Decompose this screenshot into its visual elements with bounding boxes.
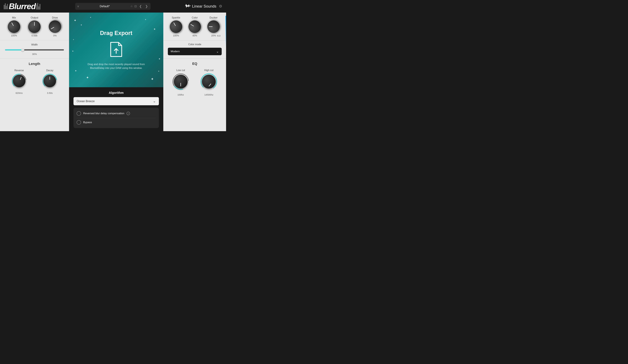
option-reversed-label: Reversed blur delay compensation: [83, 112, 124, 115]
right-knob-row: Sparkle 100% Color 40%: [168, 16, 222, 37]
ducker-value: 20%: [211, 34, 216, 37]
right-knobs-section: Sparkle 100% Color 40%: [163, 12, 226, 41]
color-mode-section: Color mode Modern ⌄: [163, 41, 226, 59]
preset-name[interactable]: Default*: [81, 5, 129, 8]
lowcut-label: Low cut: [176, 69, 185, 72]
main-knobs-section: Mix 100% Output 0.0db: [0, 12, 69, 40]
reverse-group: Reverse 620ms: [11, 69, 27, 94]
output-value: 0.0db: [32, 34, 38, 37]
ducker-group: Ducker 20%: [207, 16, 220, 37]
preset-dropdown-icon[interactable]: ∨: [77, 4, 79, 8]
reverse-indicator: [20, 77, 21, 80]
settings-button[interactable]: ⚙: [219, 4, 222, 8]
color-value: 40%: [192, 34, 197, 37]
eq-knob-row: Low cut 100hz High cut: [168, 69, 222, 96]
mix-knob-container[interactable]: [8, 20, 20, 33]
logo: Blurred: [4, 1, 41, 11]
drive-knob-container[interactable]: [49, 20, 61, 33]
drive-value: 0%: [53, 34, 57, 37]
drag-export-area[interactable]: ✦ ✦ ✦ ✦ ✦ ✦ ✦ ✦ ✦ ✦ ✦ ✦ Drag Export: [69, 12, 163, 87]
color-mode-chevron-icon: ⌄: [216, 50, 219, 53]
mix-knob[interactable]: [5, 18, 23, 35]
color-group: Color 40%: [188, 16, 201, 37]
output-group: Output 0.0db: [28, 16, 41, 37]
mix-label: Mix: [12, 16, 16, 19]
highcut-knob-container[interactable]: [200, 73, 218, 90]
color-mode-select-button[interactable]: Modern ⌄: [168, 48, 222, 55]
brand-logo: Linear Sounds: [185, 3, 216, 9]
highcut-label: High cut: [204, 69, 214, 72]
output-knob[interactable]: [28, 20, 41, 33]
left-panel: Mix 100% Output 0.0db: [0, 12, 69, 131]
sparkle-label: Sparkle: [172, 16, 180, 19]
width-slider[interactable]: [5, 48, 64, 52]
drive-group: Drive 0%: [49, 16, 61, 37]
option-bypass-label: Bypass: [83, 121, 92, 124]
reverse-knob-container[interactable]: [11, 73, 27, 89]
preset-next-button[interactable]: ❯: [144, 4, 149, 8]
right-panel: Sparkle 100% Color 40%: [163, 12, 226, 131]
color-mode-selected-value: Modern: [171, 50, 180, 53]
highcut-group: High cut 14500hz: [200, 69, 218, 96]
decay-knob-container[interactable]: [42, 73, 58, 89]
lowcut-group: Low cut 100hz: [172, 69, 189, 96]
info-icon[interactable]: i: [127, 112, 130, 115]
algorithm-chevron-icon: ⌄: [153, 99, 156, 103]
lowcut-knob[interactable]: [174, 75, 188, 88]
decay-indicator: [50, 77, 50, 80]
reverse-knob[interactable]: [13, 75, 25, 87]
length-knob-row: Reverse 620ms Decay: [5, 69, 64, 94]
brand-area: Linear Sounds ⚙: [185, 3, 222, 9]
eq-section: EQ Low cut 100hz: [163, 59, 226, 131]
preset-save-icon[interactable]: ⊡: [134, 4, 137, 8]
logo-bars-left: [4, 3, 8, 9]
decay-knob[interactable]: [44, 75, 56, 87]
lowcut-value: 100hz: [177, 93, 184, 96]
option-reversed-row[interactable]: Reversed blur delay compensation i: [74, 109, 159, 118]
output-knob-container[interactable]: [28, 20, 41, 33]
preset-star-icon[interactable]: ☆: [130, 4, 133, 8]
header: Blurred ∨ Default* ☆ ⊡ ❮ ❯ Linear Sounds…: [0, 0, 226, 12]
width-label: Width: [5, 43, 64, 46]
level-indicator: [226, 16, 226, 47]
highcut-knob[interactable]: [202, 75, 216, 88]
width-section: Width 30%: [0, 40, 69, 59]
waveform-icon: [185, 3, 191, 9]
drive-knob[interactable]: [46, 18, 64, 35]
options-section: Reversed blur delay compensation i Bypas…: [74, 108, 159, 128]
highcut-indicator: [209, 83, 211, 86]
option-bypass-row[interactable]: Bypass: [74, 118, 159, 127]
algorithm-selected-value: Ocean Breeze: [77, 100, 95, 103]
slider-thumb[interactable]: [21, 48, 24, 52]
slider-fill: [5, 49, 23, 51]
main-content: Mix 100% Output 0.0db: [0, 12, 226, 131]
decay-group: Decay 3.50s: [42, 69, 58, 94]
logo-bars-right: [36, 3, 40, 9]
ducker-knob[interactable]: [207, 20, 220, 33]
color-knob-container[interactable]: [188, 20, 201, 33]
algorithm-select-button[interactable]: Ocean Breeze ⌄: [74, 97, 159, 105]
reverse-label: Reverse: [14, 69, 24, 72]
sparkle-value: 100%: [173, 34, 179, 37]
preset-prev-button[interactable]: ❮: [138, 4, 143, 8]
ducker-extra-value: -6.0: [217, 35, 221, 37]
width-value: 30%: [5, 53, 64, 55]
sparkle-knob-container[interactable]: [170, 20, 182, 33]
reverse-value: 620ms: [15, 92, 23, 94]
option-reversed-radio[interactable]: [77, 111, 81, 116]
ducker-label: Ducker: [210, 16, 218, 19]
sparkle-group: Sparkle 100%: [170, 16, 182, 37]
drag-export-title: Drag Export: [100, 30, 132, 36]
color-mode-label: Color mode: [168, 43, 222, 46]
drag-export-description: Drag and drop the most recently played s…: [83, 62, 149, 70]
center-panel: ✦ ✦ ✦ ✦ ✦ ✦ ✦ ✦ ✦ ✦ ✦ ✦ Drag Export: [69, 12, 163, 131]
knob-row: Mix 100% Output 0.0db: [5, 16, 64, 37]
ducker-knob-container[interactable]: [207, 20, 220, 33]
mix-value: 100%: [11, 34, 17, 37]
algorithm-section: Algorithm Ocean Breeze ⌄ Reversed blur d…: [69, 87, 163, 131]
color-knob[interactable]: [186, 18, 203, 35]
sparkle-knob[interactable]: [167, 18, 184, 35]
option-bypass-radio[interactable]: [77, 120, 81, 124]
lowcut-knob-container[interactable]: [172, 73, 189, 90]
decay-value: 3.50s: [47, 92, 53, 94]
